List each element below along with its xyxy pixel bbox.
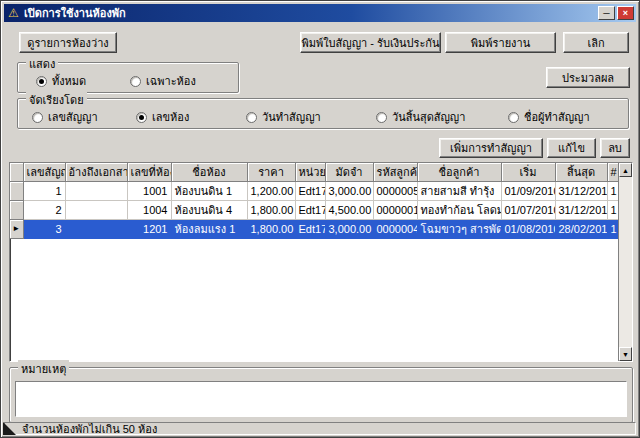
radio-label: ชื่อผู้ทำสัญญา: [524, 108, 590, 126]
cell-start-date[interactable]: 01/07/2010: [501, 201, 555, 220]
radio-label: วันสิ้นสุดสัญญา: [392, 108, 465, 126]
radio-show-all[interactable]: ทั้งหมด: [36, 72, 86, 90]
radio-icon: [376, 112, 387, 123]
contracts-table: เลขสัญญา อ้างถึงเอกสาร เลขที่ห้อง ชื่อห้…: [10, 163, 620, 239]
cell-room-name[interactable]: ห้องลมแรง 1: [171, 220, 247, 239]
cell-customer-name[interactable]: โฉมขาวๆ สารพัดผีเสื้อ: [417, 220, 501, 239]
col-header: เลขที่ห้อง: [127, 163, 171, 182]
radio-icon: [136, 112, 147, 123]
cell-customer-code[interactable]: 0000001: [373, 201, 417, 220]
radio-sort-contract-no[interactable]: เลขสัญญา: [32, 108, 98, 126]
cell-customer-name[interactable]: ทองทำก้อน โลดมากมาย: [417, 201, 501, 220]
radio-sort-contract-date[interactable]: วันทำสัญญา: [246, 108, 321, 126]
minimize-button[interactable]: ─: [598, 6, 615, 20]
cell-unit[interactable]: Edt17: [295, 201, 325, 220]
col-header: หน่วย: [295, 163, 325, 182]
radio-sort-room-no[interactable]: เลขห้อง: [136, 108, 189, 126]
row-selector[interactable]: [10, 182, 23, 201]
radio-label: เลขห้อง: [152, 108, 189, 126]
note-group-label: หมายเหตุ: [18, 360, 69, 378]
cell-start-date[interactable]: 01/08/2010: [501, 220, 555, 239]
selector-header: [10, 163, 23, 182]
col-header: เลขสัญญา: [23, 163, 65, 182]
radio-icon: [508, 112, 519, 123]
scroll-down-icon[interactable]: ▼: [619, 347, 632, 361]
cell-unit[interactable]: Edt17: [295, 182, 325, 201]
radio-icon: [32, 112, 43, 123]
view-vacant-rooms-button[interactable]: ดูรายการห้องว่าง: [19, 32, 117, 53]
radio-label: วันทำสัญญา: [262, 108, 321, 126]
edit-button[interactable]: แก้ไข: [547, 138, 596, 158]
cell-deposit[interactable]: 3,000.00: [325, 182, 373, 201]
cell-unit[interactable]: Edt17: [295, 220, 325, 239]
cell-room-name[interactable]: ห้องบนดิน 1: [171, 182, 247, 201]
cell-deposit[interactable]: 3,000.00: [325, 220, 373, 239]
status-bar: จำนวนห้องพักไม่เกิน 50 ห้อง: [4, 422, 636, 435]
display-group-label: แสดง: [26, 55, 58, 73]
col-header: ราคา: [247, 163, 295, 182]
cell-price[interactable]: 1,200.00: [247, 182, 295, 201]
radio-label: เฉพาะห้อง: [146, 72, 196, 90]
col-header: สิ้นสุด: [555, 163, 607, 182]
col-header: มัดจำ: [325, 163, 373, 182]
radio-sort-end-date[interactable]: วันสิ้นสุดสัญญา: [376, 108, 465, 126]
cell-customer-code[interactable]: 0000005: [373, 182, 417, 201]
window-title: เปิดการใช้งานห้องพัก: [21, 4, 596, 22]
col-header: อ้างถึงเอกสาร: [65, 163, 127, 182]
add-contract-button[interactable]: เพิ่มการทำสัญญา: [439, 138, 543, 158]
radio-icon: [36, 76, 47, 87]
sort-groupbox: จัดเรียงโดย เลขสัญญา เลขห้อง วันทำสัญญา …: [17, 98, 629, 129]
note-field-frame: [15, 381, 627, 417]
cell-start-date[interactable]: 01/09/2010: [501, 182, 555, 201]
radio-icon: [246, 112, 257, 123]
sort-group-label: จัดเรียงโดย: [26, 91, 87, 109]
radio-sort-customer-name[interactable]: ชื่อผู้ทำสัญญา: [508, 108, 590, 126]
radio-specific-room[interactable]: เฉพาะห้อง: [130, 72, 196, 90]
app-window: ⚠ เปิดการใช้งานห้องพัก ─ × ดูรายการห้องว…: [0, 0, 640, 438]
cell-contract-no[interactable]: 1: [23, 182, 65, 201]
contracts-grid: เลขสัญญา อ้างถึงเอกสาร เลขที่ห้อง ชื่อห้…: [9, 162, 633, 362]
scroll-up-icon[interactable]: ▲: [619, 163, 632, 177]
cell-room-name[interactable]: ห้องบนดิน 4: [171, 201, 247, 220]
cell-end-date[interactable]: 31/12/2010: [555, 201, 607, 220]
delete-button[interactable]: ลบ: [600, 138, 630, 158]
cell-room-no[interactable]: 1004: [127, 201, 171, 220]
cell-ref-doc[interactable]: [65, 220, 127, 239]
process-button[interactable]: ประมวลผล: [546, 67, 630, 88]
table-row-selected[interactable]: ► 3 1201 ห้องลมแรง 1 1,800.00 Edt17 3,00…: [10, 220, 619, 239]
table-row[interactable]: 2 1004 ห้องบนดิน 4 1,800.00 Edt17 4,500.…: [10, 201, 619, 220]
cell-contract-no[interactable]: 2: [23, 201, 65, 220]
cell-room-no[interactable]: 1001: [127, 182, 171, 201]
cell-price[interactable]: 1,800.00: [247, 201, 295, 220]
cell-room-no[interactable]: 1201: [127, 220, 171, 239]
quit-button[interactable]: เลิก: [563, 32, 629, 53]
row-selector-marker[interactable]: ►: [10, 220, 23, 239]
display-groupbox: แสดง ทั้งหมด เฉพาะห้อง: [17, 62, 239, 93]
cell-deposit[interactable]: 4,500.00: [325, 201, 373, 220]
cell-contract-no[interactable]: 3: [23, 220, 65, 239]
row-selector[interactable]: [10, 201, 23, 220]
cell-customer-name[interactable]: สายสามสี ทำรุ้ง: [417, 182, 501, 201]
col-header: ชื่อห้อง: [171, 163, 247, 182]
cell-price[interactable]: 1,800.00: [247, 220, 295, 239]
vertical-scrollbar[interactable]: ▲ ▼: [618, 163, 632, 361]
cell-customer-code[interactable]: 0000004: [373, 220, 417, 239]
title-bar[interactable]: ⚠ เปิดการใช้งานห้องพัก ─ ×: [4, 4, 636, 22]
cell-ref-doc[interactable]: [65, 201, 127, 220]
table-header-row: เลขสัญญา อ้างถึงเอกสาร เลขที่ห้อง ชื่อห้…: [10, 163, 619, 182]
cell-ref-doc[interactable]: [65, 182, 127, 201]
cell-end-date[interactable]: 28/02/2011: [555, 220, 607, 239]
status-text: จำนวนห้องพักไม่เกิน 50 ห้อง: [22, 420, 157, 438]
table-row[interactable]: 1 1001 ห้องบนดิน 1 1,200.00 Edt17 3,000.…: [10, 182, 619, 201]
cell-end-date[interactable]: 31/12/2010: [555, 182, 607, 201]
radio-label: ทั้งหมด: [52, 72, 86, 90]
note-groupbox: หมายเหตุ: [9, 367, 633, 423]
print-report-button[interactable]: พิมพ์รายงาน: [445, 32, 556, 53]
note-input[interactable]: [16, 382, 626, 416]
corner-triangle-icon: [3, 422, 16, 435]
col-header: ชื่อลูกค้า: [417, 163, 501, 182]
col-header: เริ่ม: [501, 163, 555, 182]
warning-app-icon: ⚠: [6, 6, 21, 21]
print-contract-button[interactable]: พิมพ์ใบสัญญา - รับเงินประกัน: [300, 32, 441, 53]
close-button[interactable]: ×: [617, 6, 634, 20]
